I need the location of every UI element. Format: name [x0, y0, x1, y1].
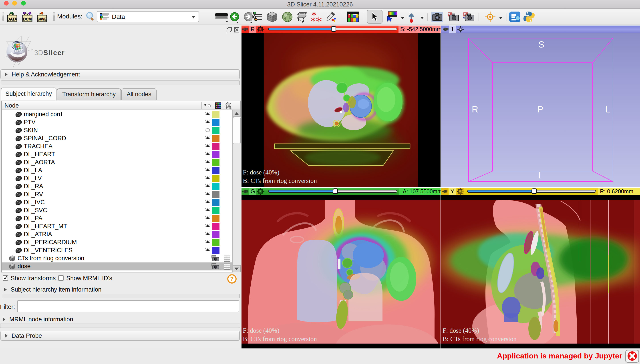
svg-text:L: L [605, 104, 610, 114]
svg-text:B: CTs from rtog conversion: B: CTs from rtog conversion [442, 335, 517, 342]
svg-text:I: I [538, 170, 540, 180]
svg-text:F: dose (40%): F: dose (40%) [243, 327, 279, 334]
svg-text:Slicer: Slicer [43, 49, 65, 57]
svg-text:SAVE: SAVE [37, 17, 47, 21]
svg-text:B: CTs from rtog conversion: B: CTs from rtog conversion [243, 335, 317, 342]
svg-text:R: R [472, 104, 478, 114]
svg-text:3D: 3D [34, 49, 43, 57]
svg-text:F: dose (40%): F: dose (40%) [243, 169, 279, 176]
svg-text:DCM: DCM [23, 17, 32, 21]
svg-text:P: P [537, 104, 543, 114]
svg-text:DATA: DATA [7, 17, 17, 21]
svg-text:S: S [538, 40, 544, 49]
svg-text:F: dose (40%): F: dose (40%) [442, 327, 479, 334]
svg-text:B: CTs from rtog conversion: B: CTs from rtog conversion [243, 177, 317, 184]
